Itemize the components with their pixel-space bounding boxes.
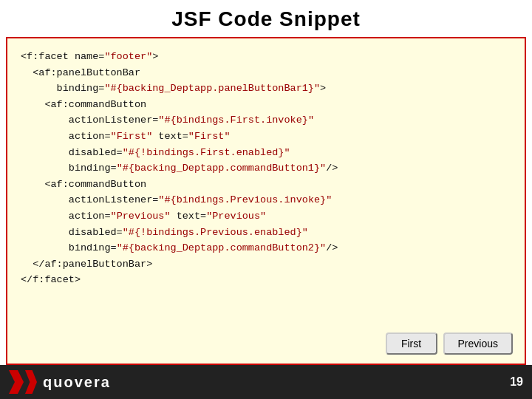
code-line-1: <f:facet name="footer"> <af:panelButtonB… — [21, 51, 338, 285]
code-block: <f:facet name="footer"> <af:panelButtonB… — [21, 49, 511, 288]
logo-chevrons — [9, 370, 37, 394]
page-title: JSF Code Snippet — [0, 7, 532, 31]
chevron-icon-1 — [9, 370, 24, 394]
logo-text: quovera — [43, 374, 111, 391]
chevron-icon-2 — [25, 370, 37, 394]
content-area: <f:facet name="footer"> <af:panelButtonB… — [6, 37, 526, 365]
first-button[interactable]: First — [386, 332, 437, 355]
page-wrapper: JSF Code Snippet <f:facet name="footer">… — [0, 0, 532, 399]
previous-button[interactable]: Previous — [443, 332, 513, 355]
footer-logo-area: quovera — [9, 370, 510, 394]
footer-bar: quovera 19 — [0, 365, 532, 399]
buttons-row: First Previous — [386, 332, 513, 355]
title-bar: JSF Code Snippet — [0, 0, 532, 37]
page-number: 19 — [510, 375, 523, 389]
